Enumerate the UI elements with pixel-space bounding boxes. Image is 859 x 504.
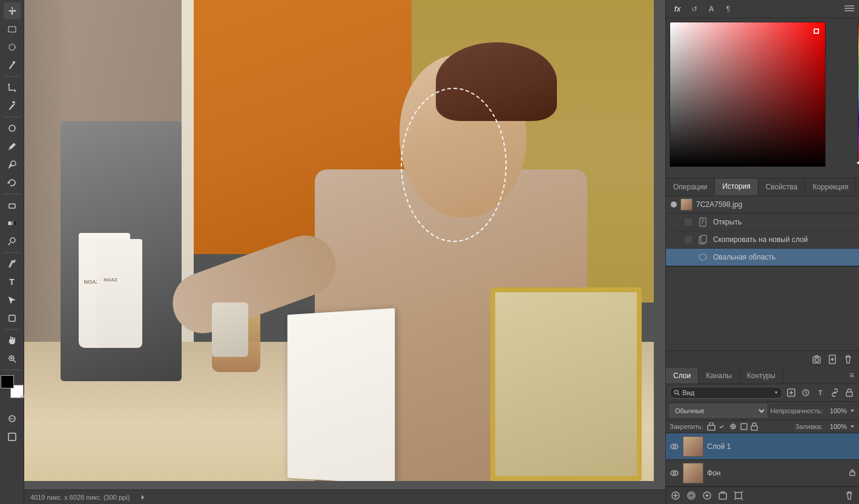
history-check-3 <box>684 253 693 261</box>
delete-layer-icon[interactable] <box>843 489 855 502</box>
menu-card <box>288 308 395 481</box>
cup-label-2: NOAZ <box>104 277 117 283</box>
magic-wand-tool[interactable] <box>4 57 21 74</box>
delete-state-icon[interactable] <box>842 353 854 365</box>
history-doc-icon <box>697 217 708 227</box>
correction-icon[interactable] <box>800 387 812 399</box>
lock-layers-icon[interactable] <box>843 387 855 399</box>
color-gradient-container[interactable] <box>670 22 855 172</box>
layers-tab-layers[interactable]: Слои <box>666 368 699 384</box>
hand-tool[interactable] <box>4 332 21 349</box>
type-layer-icon[interactable]: T <box>814 387 826 399</box>
lock-all-icon[interactable] <box>751 422 758 431</box>
history-oval-icon <box>697 252 708 263</box>
layers-tab-more[interactable]: ≡ <box>844 368 859 384</box>
svg-point-37 <box>671 444 678 449</box>
layer-row-bg[interactable]: Фон <box>666 460 859 486</box>
lock-image-icon[interactable] <box>718 422 726 431</box>
eyedropper-tool[interactable] <box>4 97 21 114</box>
rectangular-marquee-tool[interactable] <box>4 21 21 38</box>
layer-1-thumb <box>683 436 703 457</box>
layers-toolbar: T <box>666 384 859 402</box>
history-file-info: 7C2A7598.jpg <box>671 198 742 211</box>
pen-tool[interactable] <box>4 255 21 272</box>
tab-correction[interactable]: Коррекция <box>805 179 856 195</box>
layers-search-input[interactable] <box>682 389 771 396</box>
panel-tabs-more[interactable]: ≡ <box>856 179 859 195</box>
quick-mask-tool[interactable] <box>4 410 21 427</box>
fx-button[interactable]: fx <box>671 2 684 16</box>
history-filename: 7C2A7598.jpg <box>696 200 742 209</box>
svg-rect-15 <box>8 433 16 440</box>
history-item-open[interactable]: Открыть <box>666 214 859 231</box>
add-mask-icon[interactable] <box>685 489 697 502</box>
layer-bg-thumb <box>683 463 703 483</box>
layer-1-visibility[interactable] <box>670 442 679 451</box>
history-bottom-bar <box>666 350 859 368</box>
paragraph-icon[interactable]: ¶ <box>722 2 735 16</box>
path-selection-tool[interactable] <box>4 292 21 309</box>
text-tool[interactable]: T <box>4 273 21 290</box>
blend-mode-select[interactable]: Обычные <box>670 404 767 417</box>
clone-stamp-tool[interactable] <box>4 156 21 173</box>
panel-tabs: Операции История Свойства Коррекция ≡ <box>666 178 859 196</box>
svg-point-38 <box>673 445 676 448</box>
lock-artboard-icon[interactable] <box>740 422 748 431</box>
fill-value[interactable]: 100% <box>825 423 847 430</box>
brush-tool[interactable] <box>4 138 21 155</box>
add-layer-icon[interactable] <box>732 489 745 502</box>
layers-tab-paths[interactable]: Контуры <box>740 368 783 384</box>
shape-tool[interactable] <box>4 310 21 327</box>
screen-mode-tool[interactable] <box>4 428 21 445</box>
search-dropdown-icon[interactable] <box>774 390 778 396</box>
crop-tool[interactable] <box>4 79 21 96</box>
add-group-icon[interactable] <box>717 489 729 502</box>
svg-line-29 <box>678 394 680 396</box>
type-icon[interactable]: A <box>705 2 718 16</box>
svg-point-24 <box>699 254 706 260</box>
link-layers-icon[interactable] <box>829 387 841 399</box>
milk-jug <box>212 303 248 357</box>
add-style-icon[interactable] <box>670 489 682 502</box>
history-item-copy[interactable]: Скопировать на новый слой <box>666 231 859 249</box>
create-doc-icon[interactable] <box>826 353 838 365</box>
move-tool[interactable] <box>4 2 21 19</box>
status-arrows[interactable] <box>139 494 146 501</box>
lasso-tool[interactable] <box>4 39 21 56</box>
hs-gradient[interactable] <box>670 22 826 167</box>
zoom-tool[interactable] <box>4 350 21 367</box>
layer-row-1[interactable]: Слой 1 <box>666 433 859 460</box>
canvas-container[interactable]: NOAZ NOAZ <box>24 0 665 489</box>
history-brush-tool[interactable] <box>4 174 21 191</box>
history-item-oval[interactable]: Овальная область <box>666 249 859 266</box>
lock-position-icon[interactable] <box>729 422 737 431</box>
lock-icons <box>707 422 758 431</box>
panel-menu-icon[interactable] <box>844 5 854 13</box>
undo-icon[interactable]: ↺ <box>688 2 701 16</box>
foreground-color-swatch[interactable] <box>1 375 14 388</box>
history-item-copy-label: Скопировать на новый слой <box>713 235 808 244</box>
lock-transparent-icon[interactable] <box>707 422 716 431</box>
canvas-area: NOAZ NOAZ 4019 пи <box>24 0 665 504</box>
add-pixel-layer-icon[interactable] <box>785 387 797 399</box>
gradient-tool[interactable] <box>4 215 21 232</box>
layer-bg-visibility[interactable] <box>670 468 679 478</box>
svg-rect-23 <box>701 235 706 243</box>
dodge-tool[interactable] <box>4 233 21 250</box>
add-adjustment-icon[interactable] <box>701 489 713 502</box>
lock-row: Закрепить: Заливка: 100% <box>666 421 859 433</box>
fill-arrow[interactable] <box>849 424 855 430</box>
search-icon <box>674 389 680 396</box>
opacity-value[interactable]: 100% <box>825 407 847 414</box>
layers-tab-channels[interactable]: Каналы <box>699 368 740 384</box>
spot-healing-tool[interactable] <box>4 120 21 137</box>
tab-operations[interactable]: Операции <box>666 179 715 195</box>
tab-properties[interactable]: Свойства <box>759 179 806 195</box>
eraser-tool[interactable] <box>4 197 21 214</box>
new-snapshot-icon[interactable] <box>811 353 823 365</box>
tab-history[interactable]: История <box>715 178 759 195</box>
history-check-2 <box>684 235 693 244</box>
layers-search-box[interactable] <box>670 387 783 399</box>
svg-rect-36 <box>751 426 757 430</box>
opacity-arrow[interactable] <box>849 408 855 414</box>
